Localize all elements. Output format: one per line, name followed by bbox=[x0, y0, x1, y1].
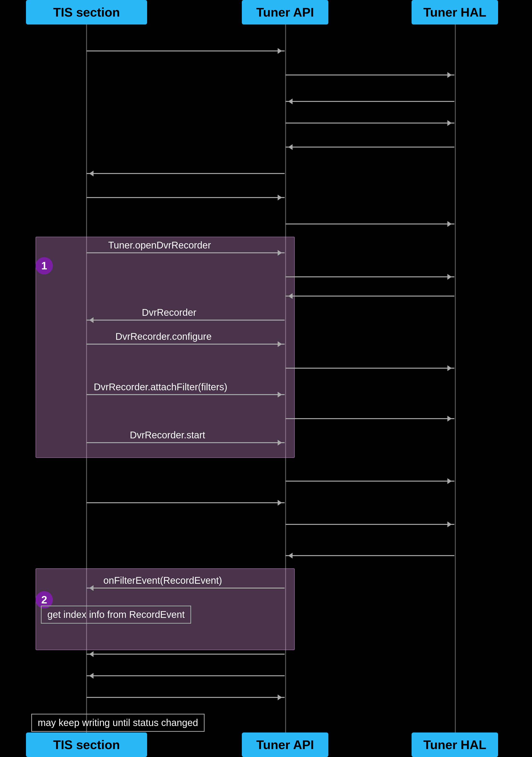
tuner-api-header-top: Tuner API bbox=[242, 0, 329, 24]
arrow-m2 bbox=[86, 502, 285, 503]
arrow-7 bbox=[86, 197, 285, 198]
arrow-configure bbox=[86, 344, 285, 345]
arrow-2 bbox=[286, 75, 454, 76]
tuner-api-header-bottom: Tuner API bbox=[242, 733, 329, 757]
arrow-m1 bbox=[286, 481, 454, 482]
tis-header-bottom: TIS section bbox=[26, 733, 147, 757]
arrow-c1 bbox=[86, 654, 285, 654]
tis-header-top: TIS section bbox=[26, 0, 147, 24]
arrow-start bbox=[86, 442, 285, 443]
arrow-b6 bbox=[286, 368, 454, 369]
tuner-hal-lifeline bbox=[455, 24, 456, 733]
label-attach-filter: DvrRecorder.attachFilter(filters) bbox=[94, 381, 228, 392]
tuner-hal-header-bottom: Tuner HAL bbox=[412, 733, 498, 757]
arrow-6 bbox=[86, 173, 285, 174]
arrow-5 bbox=[286, 147, 454, 148]
arrow-8 bbox=[286, 224, 454, 225]
arrow-b8 bbox=[286, 418, 454, 419]
label-on-filter-event: onFilterEvent(RecordEvent) bbox=[103, 575, 222, 586]
arrow-open-dvr bbox=[86, 252, 285, 253]
tuner-hal-header-top: Tuner HAL bbox=[412, 0, 498, 24]
arrow-m3 bbox=[286, 524, 454, 525]
arrow-dvr-recorder bbox=[86, 319, 285, 320]
arrow-c3 bbox=[86, 697, 285, 698]
label-configure: DvrRecorder.configure bbox=[115, 331, 211, 342]
arrow-c2 bbox=[86, 675, 285, 676]
label-open-dvr: Tuner.openDvrRecorder bbox=[108, 240, 211, 251]
arrow-1 bbox=[86, 50, 285, 51]
arrow-on-filter-event bbox=[86, 588, 285, 589]
arrow-4 bbox=[286, 123, 454, 124]
sequence-box-1 bbox=[36, 237, 295, 458]
label-start: DvrRecorder.start bbox=[130, 430, 205, 440]
arrow-b3 bbox=[286, 296, 454, 296]
may-keep-writing-box: may keep writing until status changed bbox=[31, 714, 204, 732]
arrow-3 bbox=[286, 101, 454, 102]
get-index-info-box: get index info from RecordEvent bbox=[41, 606, 191, 623]
step-1-circle: 1 bbox=[36, 257, 53, 274]
arrow-b2 bbox=[286, 276, 454, 277]
arrow-attach-filter bbox=[86, 394, 285, 395]
label-dvr-recorder: DvrRecorder bbox=[142, 307, 196, 318]
arrow-m4 bbox=[286, 555, 454, 556]
